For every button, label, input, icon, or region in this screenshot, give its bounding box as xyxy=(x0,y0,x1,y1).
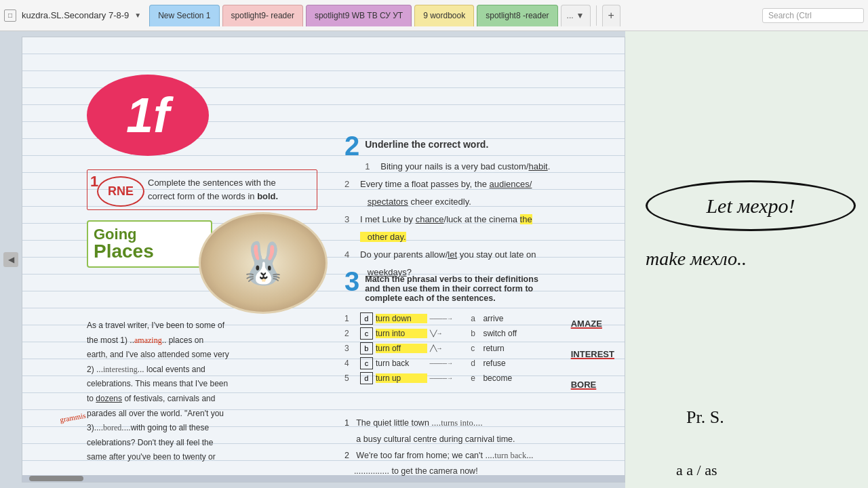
places-text: Places xyxy=(94,242,205,261)
exercise-2-1: 1 Biting your nails is a very bad custom… xyxy=(365,158,602,176)
exercise-2-2: 2 Every time a float passes by, the audi… xyxy=(344,176,602,211)
window-icon: □ xyxy=(4,9,16,22)
exercise-2-3: 3 I met Luke by chance/luck at the cinem… xyxy=(344,211,602,246)
tab-more[interactable]: ... ▼ xyxy=(561,5,591,26)
tab-spotlight9wb[interactable]: spotlight9 WB ТВ СУ УТ xyxy=(306,5,412,26)
pv-row-5: 5 d turn up ────→ e become xyxy=(344,371,534,386)
oval-label: 1f xyxy=(126,87,170,143)
tab-divider xyxy=(596,5,597,26)
annotation-numbers: a a / as xyxy=(676,462,717,479)
section2: 2 Underline the correct word. 1 Biting y… xyxy=(344,132,602,281)
tab-new[interactable]: + xyxy=(602,5,620,26)
going-text: Going xyxy=(94,227,205,242)
section2-exercises: 1 Biting your nails is a very bad custom… xyxy=(344,158,602,281)
section3-number: 3 xyxy=(344,268,359,295)
section2-header: 2 Underline the correct word. xyxy=(344,132,602,150)
going-places-box: Going Places xyxy=(87,220,212,268)
pv-row-4: 4 c turn back ────→ d refuse xyxy=(344,356,534,371)
margin-note: grammis xyxy=(59,411,86,424)
section3-title: Match the phrasal verbs to their definit… xyxy=(365,268,612,303)
tab-new-section[interactable]: New Section 1 xyxy=(149,5,219,26)
tab-9wordbook[interactable]: 9 wordbook xyxy=(414,5,474,26)
annotation-oval-text: Let мехро! xyxy=(706,195,795,218)
annotation-p-note: Pr. S. xyxy=(686,407,724,428)
doc-title: kuzdra.SL.Secondary 7-8-9 xyxy=(22,10,129,20)
sentence-3-2: 2 We're too far from home; we can't ....… xyxy=(344,448,612,481)
title-dropdown-arrow[interactable]: ▼ xyxy=(134,12,141,19)
pv-row-1: 1 d turn down ────→ a arrive xyxy=(344,311,534,326)
rabbit-placeholder: 🐰 xyxy=(238,239,289,287)
section3-sentences: 1 The quiet little town ....turns into..… xyxy=(344,415,612,480)
annotation-line2: make мехло.. xyxy=(646,248,747,270)
tab-spotlight8-reader[interactable]: spotlight8 -reader xyxy=(477,5,557,26)
main-area: ◀ 1f 1 RNE Complete the sentences with t… xyxy=(0,31,868,488)
left-nav-arrow[interactable]: ◀ xyxy=(3,252,18,267)
tab-spotlight9-reader[interactable]: spotlight9- reader xyxy=(222,5,303,26)
topbar: □ kuzdra.SL.Secondary 7-8-9 ▼ New Sectio… xyxy=(0,0,868,31)
sentence-3-1: 1 The quiet little town ....turns into..… xyxy=(344,415,612,448)
document-page: 1f 1 RNE Complete the sentences with the… xyxy=(22,37,625,483)
left-nav: ◀ xyxy=(0,31,22,488)
phrasal-verbs-table: 1 d turn down ────→ a arrive 2 c turn in… xyxy=(344,311,534,386)
search-input[interactable]: Search (Ctrl xyxy=(762,8,864,23)
section1-border-box xyxy=(87,169,317,210)
section3: 3 Match the phrasal verbs to their defin… xyxy=(344,268,612,386)
pv-row-3: 3 b turn off ╱╲→ c return xyxy=(344,341,534,356)
pink-oval: 1f xyxy=(87,75,209,156)
section-header-oval: 1f xyxy=(87,75,209,161)
annotation-oval: Let мехро! xyxy=(646,180,856,231)
body-text: As a travel writer, I've been to some of… xyxy=(87,319,294,465)
annotation-panel: Let мехро! make мехло.. Pr. S. a a / as xyxy=(625,31,868,488)
section3-header: 3 Match the phrasal verbs to their defin… xyxy=(344,268,612,303)
section2-number: 2 xyxy=(344,132,359,159)
section2-title: Underline the correct word. xyxy=(365,132,602,150)
rabbit-image: 🐰 xyxy=(199,212,328,314)
pv-row-2: 2 c turn into ╲╱→ b switch off xyxy=(344,326,534,341)
